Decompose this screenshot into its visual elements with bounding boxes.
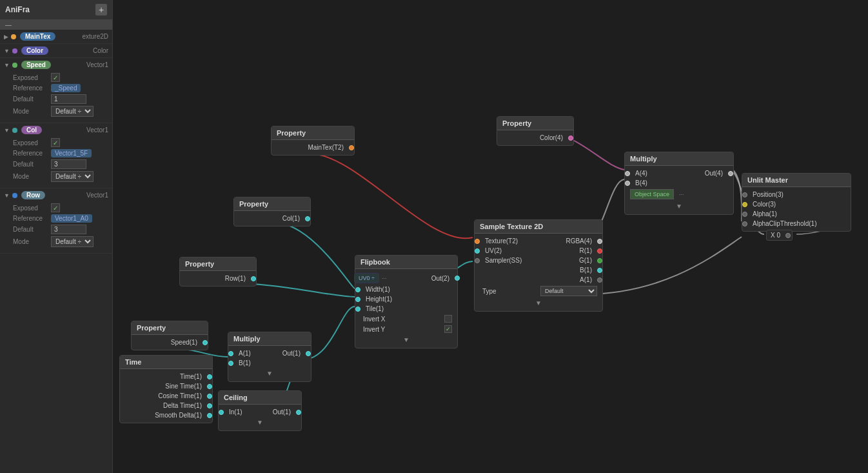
- port-sample-uv[interactable]: [475, 248, 480, 254]
- port-ceiling-out[interactable]: [296, 410, 301, 415]
- port-speed-out[interactable]: [202, 340, 208, 345]
- color-dot: [12, 48, 17, 54]
- node-ceiling-header: Ceiling: [219, 391, 301, 405]
- port-sample-g[interactable]: [597, 258, 602, 263]
- port-multiply-speed-b[interactable]: [228, 361, 233, 366]
- speed-exposed-check[interactable]: ✓: [51, 73, 60, 82]
- sidebar-add-button[interactable]: +: [95, 4, 107, 15]
- row-default-row: Default: [13, 225, 107, 234]
- prop-group-speed-header[interactable]: ▼ Speed Vector1: [0, 58, 112, 72]
- row-exposed-check[interactable]: ✓: [51, 203, 60, 212]
- time-time-row: Time(1): [120, 372, 212, 381]
- port-sample-a[interactable]: [597, 277, 602, 283]
- unlit-alphaclip-row: AlphaClipThreshold(1): [742, 219, 851, 228]
- col-default-input[interactable]: [51, 159, 86, 169]
- speed-default-input[interactable]: [51, 94, 86, 104]
- node-property-color-body: Color(4): [497, 130, 573, 145]
- port-multiply-speed-a[interactable]: [228, 351, 233, 356]
- ceiling-expand-button[interactable]: ▼: [219, 417, 301, 428]
- speed-mode-row: Mode Default ÷: [13, 106, 107, 117]
- speed-mode-select[interactable]: Default ÷: [51, 106, 94, 117]
- flipbook-inverty-check[interactable]: ✓: [444, 325, 452, 333]
- port-flipbook-out[interactable]: [455, 276, 460, 281]
- port-sample-b[interactable]: [597, 268, 602, 273]
- sample-texture-expand-button[interactable]: ▼: [475, 297, 602, 308]
- port-flipbook-height[interactable]: [355, 297, 360, 302]
- port-time-delta[interactable]: [207, 403, 212, 408]
- speed-reference-value[interactable]: _Speed: [51, 84, 81, 92]
- port-multiply-speed-out[interactable]: [306, 351, 311, 356]
- node-ceiling: Ceiling In(1) Out(1) ▼: [218, 390, 302, 431]
- object-space-button[interactable]: Object Space: [630, 189, 674, 199]
- port-time-cosine[interactable]: [207, 394, 212, 399]
- prop-group-row-header[interactable]: ▼ Row Vector1: [0, 188, 112, 202]
- sample-texture-right-ports: RGBA(4) R(1) G(1) B(1): [538, 236, 602, 285]
- maintex-pill: MainTex: [20, 32, 55, 41]
- col-mode-select[interactable]: Default ÷: [51, 171, 94, 182]
- port-col-out[interactable]: [305, 216, 310, 221]
- uv-inline-node[interactable]: UV0 ÷: [354, 273, 379, 283]
- port-label-time-time: Time(1): [120, 373, 204, 380]
- port-ceiling-in[interactable]: [219, 410, 224, 415]
- row-default-input[interactable]: [51, 225, 86, 234]
- port-row-out[interactable]: [251, 276, 256, 281]
- port-label-multiply-main-out: Out(4): [679, 170, 725, 177]
- port-unlit-alphaclip[interactable]: [742, 221, 747, 226]
- port-unlit-position[interactable]: [742, 192, 747, 197]
- row-reference-value[interactable]: Vector1_A0: [51, 214, 92, 223]
- sidebar-header: AniFra +: [0, 0, 112, 20]
- color-pill: Color: [21, 46, 48, 55]
- sample-texture-type-select[interactable]: Default: [540, 286, 597, 296]
- port-label-time-smoothdelta: Smooth Delta(1): [120, 412, 204, 419]
- port-sample-tex[interactable]: [475, 239, 480, 244]
- node-sample-texture-body: Texture(T2) UV(2) Sampler(SS) RGBA(4): [475, 234, 602, 311]
- speed-fields: Exposed ✓ Reference _Speed Default Mode …: [0, 72, 112, 123]
- port-color-out[interactable]: [568, 136, 573, 141]
- port-label-speed-out: Speed(1): [132, 339, 200, 346]
- prop-group-col-header[interactable]: ▼ Col Vector1: [0, 123, 112, 137]
- unlit-position-row: Position(3): [742, 190, 851, 199]
- port-sample-rgba[interactable]: [597, 239, 602, 244]
- ceiling-out-row: Out(1): [260, 407, 301, 417]
- prop-group-maintex-header[interactable]: ▶ MainTex exture2D: [0, 30, 112, 43]
- sidebar-collapse-button[interactable]: —: [0, 20, 112, 30]
- port-unlit-alpha[interactable]: [742, 212, 747, 217]
- row-mode-select[interactable]: Default ÷: [51, 236, 94, 247]
- port-xvalue-out[interactable]: [785, 233, 791, 238]
- node-time-header: Time: [120, 356, 212, 369]
- flipbook-expand-button[interactable]: ▼: [355, 334, 457, 345]
- node-flipbook-header: Flipbook: [355, 256, 457, 269]
- port-time-sine[interactable]: [207, 384, 212, 389]
- node-property-row-body: Row(1): [180, 271, 256, 286]
- col-exposed-check[interactable]: ✓: [51, 138, 60, 147]
- port-multiply-main-a[interactable]: [625, 171, 630, 176]
- port-label-time-cosine: Cosine Time(1): [120, 392, 204, 399]
- port-flipbook-tile[interactable]: [355, 307, 360, 312]
- flipbook-invertx-check[interactable]: [444, 315, 452, 323]
- port-time-time[interactable]: [207, 374, 212, 379]
- port-maintex-out[interactable]: [349, 145, 354, 150]
- prop-group-col: ▼ Col Vector1 Exposed ✓ Reference Vector…: [0, 123, 112, 188]
- time-cosine-row: Cosine Time(1): [120, 391, 212, 401]
- port-multiply-main-out[interactable]: [728, 171, 733, 176]
- multiply-speed-expand-button[interactable]: ▼: [228, 368, 311, 379]
- port-multiply-main-b[interactable]: [625, 181, 630, 186]
- sample-texture-g-row: G(1): [538, 256, 602, 265]
- node-multiply-main-body: A(4) B(4) Out(4) Object Space ···: [625, 166, 733, 214]
- prop-group-color-header[interactable]: ▼ Color Color: [0, 44, 112, 57]
- unlit-color-row: Color(3): [742, 199, 851, 209]
- port-unlit-color[interactable]: [742, 202, 747, 207]
- port-label-sample-uv: UV(2): [482, 247, 538, 254]
- port-label-sample-g: G(1): [538, 257, 595, 264]
- multiply-main-expand-button[interactable]: ▼: [625, 201, 733, 212]
- port-time-smoothdelta[interactable]: [207, 413, 212, 418]
- port-sample-sampler[interactable]: [475, 258, 480, 263]
- speed-exposed-row: Exposed ✓: [13, 73, 107, 82]
- port-label-flipbook-width: Width(1): [363, 286, 457, 293]
- node-property-maintex-body: MainTex(T2): [271, 140, 354, 155]
- port-sample-r[interactable]: [597, 248, 602, 254]
- col-reference-value[interactable]: Vector1_5F: [51, 149, 92, 157]
- port-flipbook-width[interactable]: [355, 287, 360, 292]
- sample-texture-left-ports: Texture(T2) UV(2) Sampler(SS): [475, 236, 538, 285]
- speed-dot: [12, 63, 17, 68]
